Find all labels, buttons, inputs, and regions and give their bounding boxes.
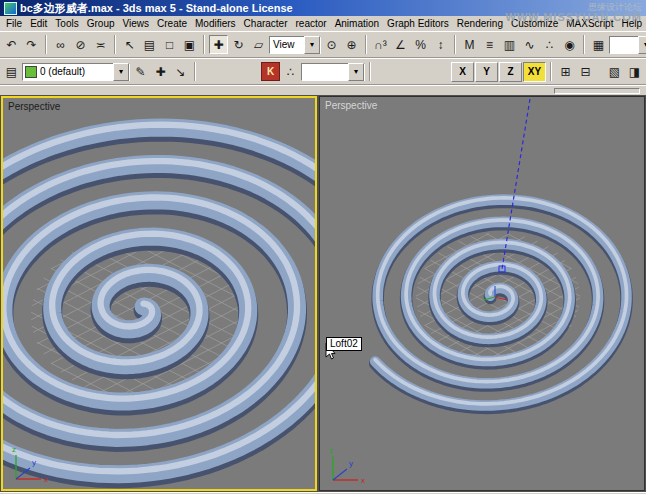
menu-customize[interactable]: Customize xyxy=(507,18,562,29)
svg-text:y: y xyxy=(349,459,353,468)
toolbar-separator xyxy=(203,35,205,54)
layer-list-icon[interactable]: ▤ xyxy=(2,62,21,81)
viewport-right[interactable]: Perspective Loft02 zxy xyxy=(319,96,645,491)
layer-manager-icon[interactable]: ▥ xyxy=(500,35,519,54)
layer-dropdown[interactable]: 0 (default) ▾ xyxy=(22,63,130,81)
viewport-left[interactable]: Perspective zxy xyxy=(1,96,317,491)
snap-toggle-icon[interactable]: ∩³ xyxy=(371,35,390,54)
menu-edit[interactable]: Edit xyxy=(26,18,51,29)
toolbar-separator xyxy=(454,35,456,54)
svg-text:z: z xyxy=(12,445,16,454)
chevron-down-icon[interactable]: ▾ xyxy=(113,63,129,81)
main-toolbar: ↶ ↷ ∞ ⊘ ≍ ↖ ▤ □ ▣ ✚ ↻ ▱ View ▾ ⊙ ⊕ ∩³ ∠ … xyxy=(0,31,646,58)
material-editor-icon[interactable]: ◉ xyxy=(560,35,579,54)
viewport-area: Perspective zxy Perspective Loft02 zxy xyxy=(0,95,646,492)
axis-constraint-z-button[interactable]: Z xyxy=(499,62,522,82)
menu-views[interactable]: Views xyxy=(119,18,154,29)
menu-tools[interactable]: Tools xyxy=(51,18,82,29)
layer-color-swatch xyxy=(25,66,37,78)
svg-text:z: z xyxy=(329,446,333,455)
menu-character[interactable]: Character xyxy=(240,18,292,29)
edit-layer-icon[interactable]: ✎ xyxy=(131,62,150,81)
select-and-move-icon[interactable]: ✚ xyxy=(209,35,228,54)
svg-text:x: x xyxy=(44,475,48,484)
schematic-colored-icon[interactable]: ∴ xyxy=(281,62,300,81)
curve-editor-icon[interactable]: ∿ xyxy=(520,35,539,54)
axis-constraint-x-button[interactable]: X xyxy=(451,62,474,82)
toolbar-right2-icon[interactable]: ◨ xyxy=(625,62,644,81)
select-by-name-icon[interactable]: ▤ xyxy=(140,35,159,54)
dock-strip xyxy=(0,85,646,95)
toolbar-more1-icon[interactable]: ⊞ xyxy=(556,62,575,81)
menu-file[interactable]: File xyxy=(2,18,26,29)
menu-create[interactable]: Create xyxy=(153,18,191,29)
window-title: bc多边形威者.max - 3ds max 5 - Stand-alone Li… xyxy=(20,1,293,16)
reference-coordinate-dropdown[interactable]: View ▾ xyxy=(269,36,321,54)
angle-snap-icon[interactable]: ∠ xyxy=(391,35,410,54)
redo-icon[interactable]: ↷ xyxy=(22,35,41,54)
toolbar-separator xyxy=(114,35,116,54)
menu-rendering[interactable]: Rendering xyxy=(453,18,507,29)
select-object-icon[interactable]: ↖ xyxy=(120,35,139,54)
menu-animation[interactable]: Animation xyxy=(331,18,383,29)
axis-tripod: zxy xyxy=(324,444,370,488)
left-viewport-scene[interactable] xyxy=(3,98,315,489)
unlink-icon[interactable]: ⊘ xyxy=(71,35,90,54)
svg-text:y: y xyxy=(32,458,36,467)
app-icon[interactable] xyxy=(4,2,17,15)
toolbar-more2-icon[interactable]: ⊟ xyxy=(576,62,595,81)
menu-group[interactable]: Group xyxy=(83,18,119,29)
layers-axis-toolbar: ▤ 0 (default) ▾ ✎ ✚ ↘ K ∴ ▾ X Y Z XY ⊞ ⊟… xyxy=(0,58,646,85)
title-bar: bc多边形威者.max - 3ds max 5 - Stand-alone Li… xyxy=(0,0,646,16)
use-center-icon[interactable]: ⊙ xyxy=(322,35,341,54)
toolbar-separator xyxy=(365,35,367,54)
svg-text:x: x xyxy=(361,476,365,485)
object-tooltip: Loft02 xyxy=(326,337,362,351)
menu-bar: File Edit Tools Group Views Create Modif… xyxy=(0,16,646,31)
render-scene-icon[interactable]: ▦ xyxy=(589,35,608,54)
toolbar-right1-icon[interactable]: ▧ xyxy=(605,62,624,81)
menu-help[interactable]: Help xyxy=(617,18,646,29)
reference-coordinate-value: View xyxy=(270,39,304,50)
extras-dropdown[interactable]: ▾ xyxy=(301,63,365,81)
axis-constraint-xy-button[interactable]: XY xyxy=(523,62,546,82)
crossing-selection-icon[interactable]: ▣ xyxy=(180,35,199,54)
rect-region-icon[interactable]: □ xyxy=(160,35,179,54)
render-type-dropdown[interactable]: ▾ xyxy=(609,36,646,54)
menu-graph-editors[interactable]: Graph Editors xyxy=(383,18,453,29)
viewport-left-label[interactable]: Perspective xyxy=(8,101,60,112)
mirror-icon[interactable]: M xyxy=(460,35,479,54)
schematic-view-icon[interactable]: ∴ xyxy=(540,35,559,54)
select-and-rotate-icon[interactable]: ↻ xyxy=(229,35,248,54)
toolbar-separator xyxy=(45,35,47,54)
select-and-manipulate-icon[interactable]: ⊕ xyxy=(342,35,361,54)
align-icon[interactable]: ≡ xyxy=(480,35,499,54)
chevron-down-icon[interactable]: ▾ xyxy=(348,63,364,81)
add-layer-icon[interactable]: ✚ xyxy=(151,62,170,81)
axis-constraint-y-button[interactable]: Y xyxy=(475,62,498,82)
link-icon[interactable]: ∞ xyxy=(51,35,70,54)
menu-modifiers[interactable]: Modifiers xyxy=(191,18,240,29)
layer-dropdown-value: 0 (default) xyxy=(37,66,113,77)
toolbar-separator xyxy=(550,62,552,81)
select-and-scale-icon[interactable]: ▱ xyxy=(249,35,268,54)
chevron-down-icon[interactable]: ▾ xyxy=(304,36,320,54)
toolbar-separator xyxy=(369,62,371,81)
select-by-layer-icon[interactable]: ↘ xyxy=(171,62,190,81)
toolbar-separator xyxy=(583,35,585,54)
watermark-line1: 思缘设计论坛 xyxy=(506,2,642,12)
percent-snap-icon[interactable]: % xyxy=(411,35,430,54)
chevron-down-icon[interactable]: ▾ xyxy=(638,36,646,54)
undo-icon[interactable]: ↶ xyxy=(2,35,21,54)
viewport-right-label[interactable]: Perspective xyxy=(325,100,377,111)
toolbar-separator xyxy=(194,62,196,81)
spinner-snap-icon[interactable]: ↕ xyxy=(431,35,450,54)
axis-tripod: zxy xyxy=(7,443,53,487)
menu-reactor[interactable]: reactor xyxy=(292,18,331,29)
menu-maxscript[interactable]: MAXScript xyxy=(562,18,617,29)
right-viewport-scene[interactable] xyxy=(320,97,644,490)
keyboard-shortcut-override-icon[interactable]: K xyxy=(261,62,280,81)
dock-slot xyxy=(554,88,640,94)
bind-spacewarp-icon[interactable]: ≍ xyxy=(91,35,110,54)
